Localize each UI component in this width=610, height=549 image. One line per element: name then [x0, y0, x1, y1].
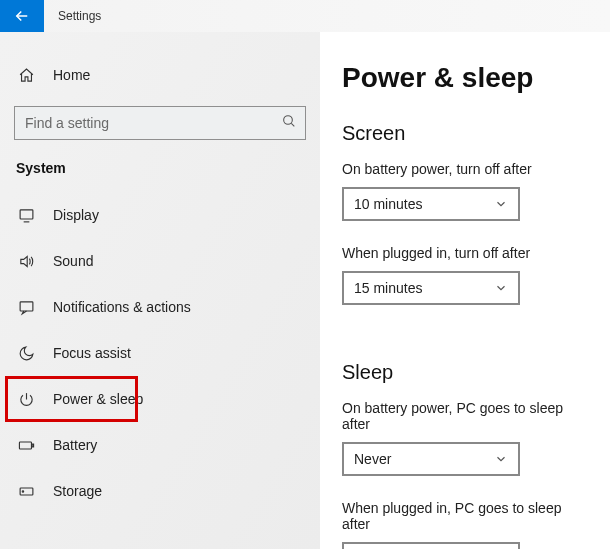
sidebar-item-focus-assist[interactable]: Focus assist [0, 330, 320, 376]
content: Power & sleep Screen On battery power, t… [320, 32, 610, 549]
svg-point-0 [284, 116, 293, 125]
sidebar-group-label: System [0, 150, 320, 192]
spacer [342, 329, 588, 355]
sidebar-item-display[interactable]: Display [0, 192, 320, 238]
sidebar-item-sound[interactable]: Sound [0, 238, 320, 284]
sidebar-item-label: Focus assist [53, 345, 131, 361]
settings-window: Settings Home System Display [0, 0, 610, 549]
field-sleep-battery: On battery power, PC goes to sleep after… [342, 400, 588, 476]
select-value: 10 minutes [354, 196, 422, 212]
arrow-left-icon [13, 7, 31, 25]
notification-icon [18, 299, 35, 316]
chevron-down-icon [494, 452, 508, 466]
power-icon [18, 391, 35, 408]
sidebar-item-storage[interactable]: Storage [0, 468, 320, 514]
field-screen-plugged: When plugged in, turn off after 15 minut… [342, 245, 588, 305]
field-sleep-plugged: When plugged in, PC goes to sleep after … [342, 500, 588, 549]
search-box[interactable] [14, 106, 306, 140]
select-value: Never [354, 451, 391, 467]
battery-icon [18, 437, 35, 454]
svg-rect-2 [20, 301, 33, 310]
svg-point-6 [22, 490, 23, 491]
field-screen-battery: On battery power, turn off after 10 minu… [342, 161, 588, 221]
sidebar: Home System Display Sound [0, 32, 320, 549]
home-label: Home [53, 67, 90, 83]
select-value: 15 minutes [354, 280, 422, 296]
titlebar: Settings [0, 0, 610, 32]
search-icon [281, 113, 297, 133]
search-wrap [0, 94, 320, 150]
moon-icon [18, 345, 35, 362]
chevron-down-icon [494, 197, 508, 211]
sidebar-item-label: Display [53, 207, 99, 223]
sidebar-item-label: Storage [53, 483, 102, 499]
svg-rect-1 [20, 209, 33, 218]
sidebar-item-label: Battery [53, 437, 97, 453]
page-title: Power & sleep [342, 62, 588, 94]
chevron-down-icon [494, 281, 508, 295]
sidebar-item-notifications[interactable]: Notifications & actions [0, 284, 320, 330]
select-sleep-battery[interactable]: Never [342, 442, 520, 476]
sidebar-item-label: Power & sleep [53, 391, 143, 407]
select-screen-plugged[interactable]: 15 minutes [342, 271, 520, 305]
window-title: Settings [44, 9, 101, 23]
storage-icon [18, 483, 35, 500]
sidebar-item-battery[interactable]: Battery [0, 422, 320, 468]
monitor-icon [18, 207, 35, 224]
select-sleep-plugged[interactable]: Never [342, 542, 520, 549]
sidebar-item-label: Sound [53, 253, 93, 269]
svg-rect-4 [32, 444, 33, 447]
sidebar-item-power-sleep[interactable]: Power & sleep [0, 376, 320, 422]
field-label: When plugged in, PC goes to sleep after [342, 500, 588, 532]
home-button[interactable]: Home [0, 56, 320, 94]
sidebar-nav: Display Sound Notifications & actions Fo… [0, 192, 320, 514]
select-screen-battery[interactable]: 10 minutes [342, 187, 520, 221]
back-button[interactable] [0, 0, 44, 32]
section-heading-sleep: Sleep [342, 361, 588, 384]
speaker-icon [18, 253, 35, 270]
body: Home System Display Sound [0, 32, 610, 549]
sidebar-item-label: Notifications & actions [53, 299, 191, 315]
home-icon [18, 67, 35, 84]
field-label: On battery power, PC goes to sleep after [342, 400, 588, 432]
svg-rect-3 [19, 441, 31, 448]
section-heading-screen: Screen [342, 122, 588, 145]
field-label: When plugged in, turn off after [342, 245, 588, 261]
field-label: On battery power, turn off after [342, 161, 588, 177]
search-input[interactable] [15, 107, 305, 139]
